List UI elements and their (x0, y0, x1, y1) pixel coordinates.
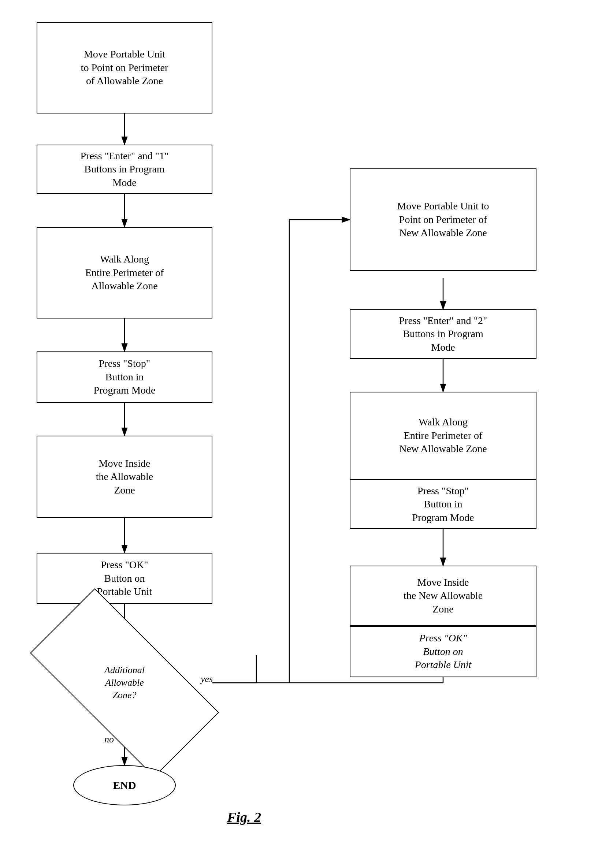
right-box-3: Walk Along Entire Perimeter of New Allow… (350, 392, 537, 480)
no-label: no (104, 734, 114, 745)
fig-caption: Fig. 2 (227, 809, 261, 825)
left-box-5: Move Inside the Allowable Zone (37, 436, 213, 518)
left-box-1: Move Portable Unit to Point on Perimeter… (37, 22, 213, 113)
yes-label: yes (201, 674, 213, 685)
right-box-2: Press "Enter" and "2" Buttons in Program… (350, 309, 537, 359)
left-box-4: Press "Stop" Button in Program Mode (37, 352, 213, 403)
left-box-2: Press "Enter" and "1" Buttons in Program… (37, 145, 213, 194)
diamond: Additional Allowable Zone? (37, 637, 213, 728)
right-box-6: Press "OK" Button on Portable Unit (350, 626, 537, 677)
diagram-container: Move Portable Unit to Point on Perimeter… (0, 0, 613, 868)
right-box-1: Move Portable Unit to Point on Perimeter… (350, 168, 537, 271)
right-box-5: Move Inside the New Allowable Zone (350, 566, 537, 626)
left-box-6: Press "OK" Button on Portable Unit (37, 553, 213, 604)
end-oval: END (73, 765, 176, 805)
left-box-3: Walk Along Entire Perimeter of Allowable… (37, 227, 213, 318)
right-box-4: Press "Stop" Button in Program Mode (350, 480, 537, 529)
